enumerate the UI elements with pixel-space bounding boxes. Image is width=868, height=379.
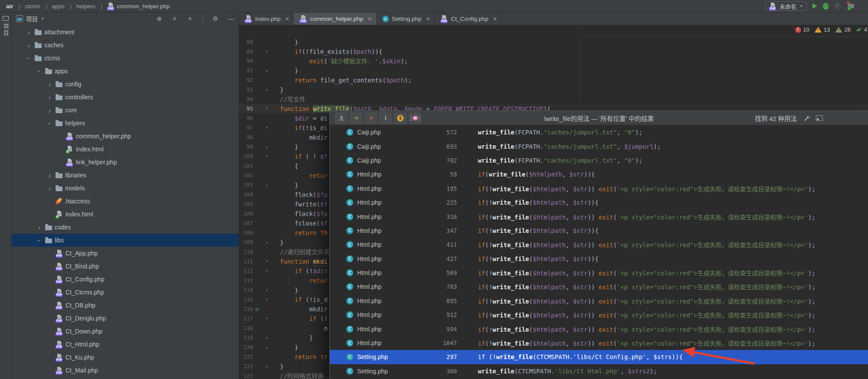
tree-item-Ct_Bind.php[interactable]: PHPCt_Bind.php <box>12 260 239 273</box>
tree-chevron-icon[interactable]: › <box>46 185 53 192</box>
usage-row-Html.php-912[interactable]: CHtml.php912if(!write_file($htmlpath, $s… <box>330 308 868 322</box>
usage-row-Caiji.php-572[interactable]: CCaiji.php572write_file(FCPATH."caches/j… <box>330 125 868 139</box>
usage-row-Html.php-411[interactable]: CHtml.php411if(!write_file($htmlpath, $s… <box>330 238 868 252</box>
collapse-all-icon[interactable]: « <box>187 15 194 22</box>
line-number[interactable]: 120 <box>239 343 254 352</box>
breadcrumb-item-apps[interactable]: apps <box>52 3 65 10</box>
breadcrumb-item-air[interactable]: air <box>6 3 13 10</box>
line-number[interactable]: 91 <box>239 66 254 75</box>
fold-marker-icon[interactable]: ▼ <box>263 47 270 56</box>
line-number[interactable]: 117 <box>239 314 254 323</box>
fold-marker-icon[interactable]: ▲ <box>263 333 270 343</box>
stripe-project-tab[interactable]: 项目 <box>2 23 10 36</box>
tab-Setting.php[interactable]: CSetting.php✕ <box>377 13 435 25</box>
line-number[interactable]: 122 <box>239 362 254 371</box>
tree-item-index.html[interactable]: Hindex.html <box>12 143 239 156</box>
line-number[interactable]: 89 <box>239 47 254 56</box>
close-tab-icon[interactable]: ✕ <box>493 16 497 22</box>
hide-panel-icon[interactable]: — <box>227 15 234 22</box>
tree-item-libraries[interactable]: ›libraries <box>12 169 239 182</box>
fold-marker-icon[interactable]: ▲ <box>263 180 270 190</box>
tree-chevron-icon[interactable]: › <box>46 107 53 114</box>
code-line-94[interactable]: 94//写文件 <box>239 95 868 104</box>
line-number[interactable]: 104 <box>239 190 254 199</box>
coverage-button[interactable] <box>834 3 841 10</box>
line-number[interactable]: 96 <box>239 114 254 123</box>
tree-item-Ct_Ku.php[interactable]: PHPCt_Ku.php <box>12 351 239 364</box>
tree-item-controllers[interactable]: ›controllers <box>12 91 239 104</box>
tree-chevron-icon[interactable]: › <box>46 172 53 179</box>
settings-wrench-icon[interactable] <box>803 114 810 121</box>
tree-item-Ct_Html.php[interactable]: PHPCt_Html.php <box>12 338 239 351</box>
line-number[interactable]: 111 <box>239 257 254 266</box>
fold-marker-icon[interactable]: ▲ <box>263 285 270 295</box>
tree-chevron-icon[interactable]: › <box>26 55 32 62</box>
fold-marker-icon[interactable]: ▼ <box>263 152 270 161</box>
fold-marker-icon[interactable]: ▲ <box>263 343 270 352</box>
tree-item-partial[interactable]: PHP <box>12 377 239 379</box>
tab-Ct_Config.php[interactable]: PHPCt_Config.php✕ <box>435 13 502 25</box>
line-number[interactable]: 106 <box>239 209 254 219</box>
line-number[interactable]: 98 <box>239 133 254 142</box>
usage-row-Html.php-1047[interactable]: CHtml.php1047if(!write_file($htmlpath, $… <box>330 336 868 350</box>
recursive-call-icon[interactable]: ↺ <box>255 304 259 314</box>
tree-chevron-icon[interactable]: › <box>36 224 43 231</box>
project-tool-window-icon[interactable] <box>3 16 9 21</box>
tree-item-Ct_Ctcms.php[interactable]: PHPCt_Ctcms.php <box>12 286 239 299</box>
fold-marker-icon[interactable]: ▼ <box>263 266 270 276</box>
run-config-select[interactable]: PHP 未命名 ▼ <box>765 1 807 11</box>
usage-row-Html.php-994[interactable]: CHtml.php994if(!write_file($htmlpath, $s… <box>330 322 868 336</box>
info-icon[interactable]: i <box>379 113 392 124</box>
code-line-88[interactable]: 88 } <box>239 37 868 47</box>
tab-common_helper.php[interactable]: PHPcommon_helper.php✕ <box>294 13 376 25</box>
open-in-tool-window-icon[interactable] <box>816 115 823 121</box>
code-line-92[interactable]: 92 return file_get_contents($path); <box>239 75 868 85</box>
line-number[interactable]: 94 <box>239 95 254 104</box>
breadcrumb-file[interactable]: PHPcommon_helper.php <box>107 3 170 10</box>
usage-row-Html.php-316[interactable]: CHtml.php316if(!write_file($htmlpath, $s… <box>330 209 868 223</box>
tree-item-caches[interactable]: ›caches <box>12 39 239 52</box>
line-number[interactable]: 95 <box>239 104 254 114</box>
tree-item-apps[interactable]: ›apps <box>12 65 239 78</box>
close-tab-icon[interactable]: ✕ <box>285 16 290 22</box>
line-number[interactable]: 93 <box>239 85 254 95</box>
code-line-89[interactable]: 89▼ if(!file_exists($path)){ <box>239 47 868 56</box>
tree-chevron-icon[interactable]: › <box>46 94 53 101</box>
usage-row-Html.php-347[interactable]: CHtml.php347if(!write_file($htmlpath, $s… <box>330 224 868 238</box>
tree-item-index.html[interactable]: Hindex.html <box>12 208 239 221</box>
line-number[interactable]: 88 <box>239 37 254 47</box>
next-occurrence-icon[interactable] <box>365 113 377 124</box>
line-number[interactable]: 108 <box>239 228 254 238</box>
code-line-91[interactable]: 91▲ } <box>239 66 868 75</box>
tree-item-Ct_Mail.php[interactable]: PHPCt_Mail.php <box>12 364 239 377</box>
tree-item-link_helper.php[interactable]: PHPlink_helper.php <box>12 156 239 169</box>
project-panel-title[interactable]: 项目 <box>26 14 38 23</box>
tree-chevron-icon[interactable]: › <box>36 68 43 75</box>
tree-item-Ct_Config.php[interactable]: PHPCt_Config.php <box>12 273 239 286</box>
tree-item-libs[interactable]: ›libs <box>12 234 239 247</box>
line-number[interactable]: 119 <box>239 333 254 343</box>
run-button[interactable] <box>812 3 817 9</box>
fold-marker-icon[interactable]: ▼ <box>263 104 270 114</box>
close-tab-icon[interactable]: ✕ <box>426 16 431 22</box>
locate-file-icon[interactable]: ⊕ <box>156 15 163 22</box>
line-number[interactable]: 121 <box>239 352 254 362</box>
usage-row-Html.php-427[interactable]: CHtml.php427if(!write_file($htmlpath, $s… <box>330 252 868 266</box>
fold-marker-icon[interactable]: ▼ <box>263 295 270 304</box>
close-tab-icon[interactable]: ✕ <box>368 16 372 22</box>
usage-row-Html.php-569[interactable]: CHtml.php569if(!write_file($htmlpath, $s… <box>330 266 868 280</box>
fold-marker-icon[interactable]: ▲ <box>263 238 270 247</box>
tree-item-attachment[interactable]: ›attachment <box>12 26 239 39</box>
usage-row-Caiji.php-693[interactable]: CCaiji.php693write_file(FCPATH."caches/j… <box>330 139 868 153</box>
line-number[interactable]: 123 <box>239 371 254 379</box>
breadcrumb-item-helpers[interactable]: helpers <box>76 3 95 10</box>
usage-row-Caiji.php-702[interactable]: CCaiji.php702write_file(FCPATH."caches/j… <box>330 154 868 167</box>
usage-row-Html.php-895[interactable]: CHtml.php895if(!write_file($htmlpath, $s… <box>330 294 868 308</box>
debug-button[interactable] <box>823 3 829 10</box>
weak-warning-count[interactable]: ! 26 <box>835 26 851 33</box>
line-number[interactable]: 110 <box>239 247 254 257</box>
fold-marker-icon[interactable]: ▲ <box>263 66 270 75</box>
error-count[interactable]: ! 10 <box>795 26 809 33</box>
line-number[interactable]: 105 <box>239 199 254 209</box>
code-line-93[interactable]: 93▲} <box>239 85 868 95</box>
